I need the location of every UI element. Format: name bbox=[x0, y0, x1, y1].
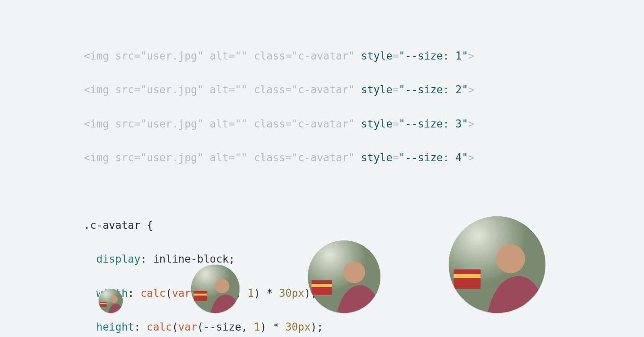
code-text: = bbox=[392, 84, 399, 96]
attr-value: "--size: 3" bbox=[399, 118, 468, 130]
attr-name: style bbox=[361, 118, 392, 130]
code-text: <img src="user.jpg" alt="" class="c-avat… bbox=[84, 84, 361, 96]
svg-rect-6 bbox=[194, 294, 207, 296]
html-line: <img src="user.jpg" alt="" class="c-avat… bbox=[84, 81, 644, 98]
svg-rect-9 bbox=[312, 280, 332, 295]
avatar bbox=[99, 289, 123, 313]
svg-rect-14 bbox=[454, 274, 481, 278]
svg-point-7 bbox=[215, 279, 229, 293]
avatar-image bbox=[449, 216, 545, 313]
code-text: > bbox=[468, 84, 475, 96]
avatar-image bbox=[191, 265, 239, 313]
svg-rect-10 bbox=[312, 284, 332, 287]
code-text: > bbox=[468, 50, 475, 62]
svg-point-3 bbox=[110, 296, 118, 303]
svg-point-11 bbox=[343, 261, 365, 283]
avatar bbox=[449, 216, 545, 313]
svg-rect-13 bbox=[454, 269, 481, 289]
code-text: <img src="user.jpg" alt="" class="c-avat… bbox=[84, 118, 361, 130]
svg-rect-1 bbox=[100, 302, 107, 307]
svg-rect-2 bbox=[100, 303, 107, 304]
code-text: <img src="user.jpg" alt="" class="c-avat… bbox=[84, 50, 361, 62]
attr-value: "--size: 2" bbox=[399, 84, 468, 96]
avatar bbox=[191, 265, 239, 313]
avatar bbox=[308, 240, 380, 313]
svg-rect-5 bbox=[194, 291, 207, 301]
avatar-row bbox=[0, 216, 644, 337]
code-text: > bbox=[468, 152, 475, 164]
html-line: <img src="user.jpg" alt="" class="c-avat… bbox=[84, 115, 644, 132]
attr-name: style bbox=[361, 152, 392, 164]
svg-point-15 bbox=[496, 245, 525, 273]
html-line: <img src="user.jpg" alt="" class="c-avat… bbox=[84, 47, 644, 64]
attr-value: "--size: 4" bbox=[399, 152, 468, 164]
attr-name: style bbox=[361, 84, 392, 96]
avatar-image bbox=[308, 240, 380, 313]
avatar-image bbox=[99, 289, 123, 313]
code-text: > bbox=[468, 118, 475, 130]
html-line: <img src="user.jpg" alt="" class="c-avat… bbox=[84, 149, 644, 166]
code-text: = bbox=[392, 118, 399, 130]
code-text: = bbox=[392, 50, 399, 62]
attr-name: style bbox=[361, 50, 392, 62]
code-text: <img src="user.jpg" alt="" class="c-avat… bbox=[84, 152, 361, 164]
code-text: = bbox=[392, 152, 399, 164]
attr-value: "--size: 1" bbox=[399, 50, 468, 62]
